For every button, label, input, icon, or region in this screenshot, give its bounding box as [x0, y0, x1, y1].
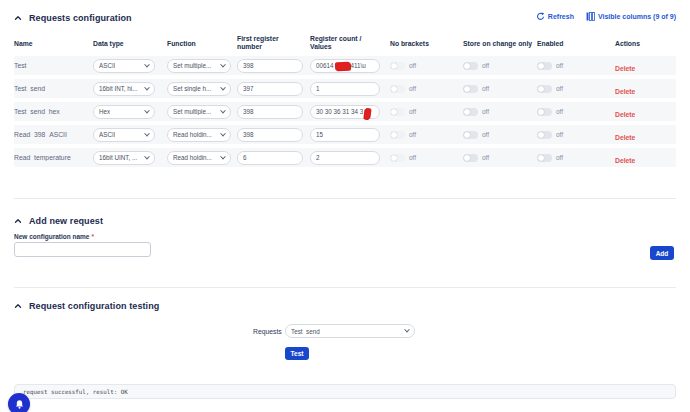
testing-title: Request configuration testing	[29, 301, 159, 311]
first-register-input[interactable]: 398	[237, 105, 303, 119]
chevron-down-icon	[220, 130, 226, 136]
section-divider	[14, 198, 676, 199]
visible-columns-label: Visible columns (9 of 9)	[598, 13, 676, 20]
chevron-down-icon	[144, 61, 150, 67]
chevron-down-icon	[404, 327, 410, 333]
table-row: Test ASCII Set multiple... 398 00614411\…	[14, 56, 676, 75]
console-output: request successful, result: OK	[14, 384, 676, 399]
table-row: Test_send 16bit INT, hi... Set single h.…	[14, 79, 676, 98]
table-header-register-count: Register count / Values	[310, 35, 390, 52]
row-name: Test_send	[14, 85, 93, 92]
first-register-input[interactable]: 397	[237, 82, 303, 96]
chevron-down-icon	[144, 84, 150, 90]
table-header-store-on-change: Store on change only	[463, 40, 537, 47]
refresh-button[interactable]: Refresh	[536, 12, 574, 21]
function-select[interactable]: Set multiple...	[167, 105, 231, 119]
register-values-input[interactable]: 1	[310, 82, 380, 96]
register-values-input[interactable]: 15	[310, 128, 380, 142]
data-type-select[interactable]: 16bit UINT, ...	[93, 151, 155, 165]
notification-bell-button[interactable]	[8, 393, 30, 412]
redaction-mark	[334, 61, 349, 70]
table-header-enabled: Enabled	[537, 40, 615, 47]
add-button[interactable]: Add	[650, 246, 674, 260]
chevron-down-icon	[220, 61, 226, 67]
data-type-select[interactable]: Hex	[93, 105, 155, 119]
requests-config-section-header[interactable]: Requests configuration	[14, 13, 132, 23]
chevron-down-icon	[220, 107, 226, 113]
requests-config-title: Requests configuration	[29, 13, 132, 23]
visible-columns-button[interactable]: Visible columns (9 of 9)	[586, 12, 676, 21]
columns-icon	[586, 12, 595, 21]
enabled-toggle[interactable]: off	[537, 108, 615, 116]
enabled-toggle[interactable]: off	[537, 85, 615, 93]
function-select[interactable]: Set single h...	[167, 82, 231, 96]
delete-button[interactable]: Delete	[615, 111, 635, 118]
function-select[interactable]: Set multiple...	[167, 59, 231, 73]
row-name: Read_temperature	[14, 154, 93, 161]
store-on-change-toggle[interactable]: off	[463, 108, 537, 116]
first-register-input[interactable]: 398	[237, 128, 303, 142]
table-header-name: Name	[14, 40, 93, 47]
function-select[interactable]: Read holdin...	[167, 128, 231, 142]
chevron-down-icon	[144, 107, 150, 113]
table-header-row: Name Data type Function First register n…	[14, 30, 676, 56]
no-brackets-toggle[interactable]: off	[390, 62, 463, 70]
table-row: Test_send_hex Hex Set multiple... 398 30…	[14, 102, 676, 121]
register-values-input[interactable]: 30 30 36 31 34 3	[310, 105, 380, 119]
store-on-change-toggle[interactable]: off	[463, 131, 537, 139]
chevron-up-icon	[14, 14, 22, 22]
enabled-toggle[interactable]: off	[537, 154, 615, 162]
section-divider	[14, 287, 676, 288]
table-row: Read_398_ASCII ASCII Read holdin... 398 …	[14, 125, 676, 144]
data-type-select[interactable]: 16bit INT, hi...	[93, 82, 155, 96]
requests-select[interactable]: Test_send	[285, 324, 415, 338]
store-on-change-toggle[interactable]: off	[463, 62, 537, 70]
required-asterisk: *	[91, 233, 94, 240]
chevron-up-icon	[14, 302, 22, 310]
new-config-name-input[interactable]	[14, 242, 151, 257]
no-brackets-toggle[interactable]: off	[390, 85, 463, 93]
store-on-change-toggle[interactable]: off	[463, 154, 537, 162]
chevron-down-icon	[144, 153, 150, 159]
delete-button[interactable]: Delete	[615, 157, 635, 164]
row-name: Test	[14, 62, 93, 69]
test-button[interactable]: Test	[285, 347, 309, 360]
delete-button[interactable]: Delete	[615, 88, 635, 95]
store-on-change-toggle[interactable]: off	[463, 85, 537, 93]
no-brackets-toggle[interactable]: off	[390, 154, 463, 162]
delete-button[interactable]: Delete	[615, 134, 635, 141]
table-row: Read_temperature 16bit UINT, ... Read ho…	[14, 148, 676, 167]
requests-table: Name Data type Function First register n…	[14, 30, 676, 171]
register-values-input[interactable]: 2	[310, 151, 380, 165]
chevron-down-icon	[144, 130, 150, 136]
add-request-section-header[interactable]: Add new request	[14, 216, 103, 226]
page: Requests configuration Refresh Visible c…	[0, 0, 690, 412]
data-type-select[interactable]: ASCII	[93, 128, 155, 142]
no-brackets-toggle[interactable]: off	[390, 108, 463, 116]
row-name: Read_398_ASCII	[14, 131, 93, 138]
table-header-first-register: First register number	[237, 35, 310, 52]
table-header-data-type: Data type	[93, 40, 167, 47]
table-header-function: Function	[167, 40, 237, 47]
enabled-toggle[interactable]: off	[537, 62, 615, 70]
table-header-no-brackets: No brackets	[390, 40, 463, 47]
table-top-controls: Refresh Visible columns (9 of 9)	[536, 12, 676, 21]
row-name: Test_send_hex	[14, 108, 93, 115]
register-values-input[interactable]: 00614411\u	[310, 59, 380, 73]
add-request-title: Add new request	[29, 216, 103, 226]
refresh-icon	[536, 12, 545, 21]
refresh-label: Refresh	[548, 13, 574, 20]
bell-icon	[14, 399, 25, 410]
requests-label: Requests	[253, 328, 282, 335]
no-brackets-toggle[interactable]: off	[390, 131, 463, 139]
data-type-select[interactable]: ASCII	[93, 59, 155, 73]
new-config-name-label: New configuration name*	[14, 233, 94, 240]
enabled-toggle[interactable]: off	[537, 131, 615, 139]
chevron-down-icon	[220, 153, 226, 159]
delete-button[interactable]: Delete	[615, 65, 635, 72]
function-select[interactable]: Read holdin...	[167, 151, 231, 165]
testing-section-header[interactable]: Request configuration testing	[14, 301, 159, 311]
first-register-input[interactable]: 6	[237, 151, 303, 165]
first-register-input[interactable]: 398	[237, 59, 303, 73]
chevron-up-icon	[14, 217, 22, 225]
